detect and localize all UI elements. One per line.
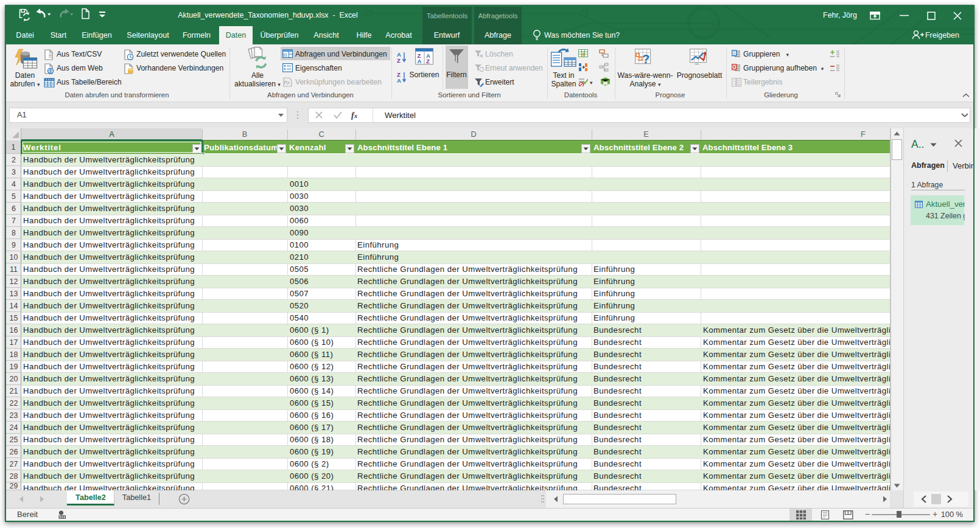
svg-text:?: ? [642, 52, 649, 66]
svg-text:Z: Z [426, 58, 430, 64]
svg-text:Z: Z [397, 57, 401, 63]
svg-text:A: A [417, 58, 421, 64]
svg-text:A: A [397, 77, 401, 83]
